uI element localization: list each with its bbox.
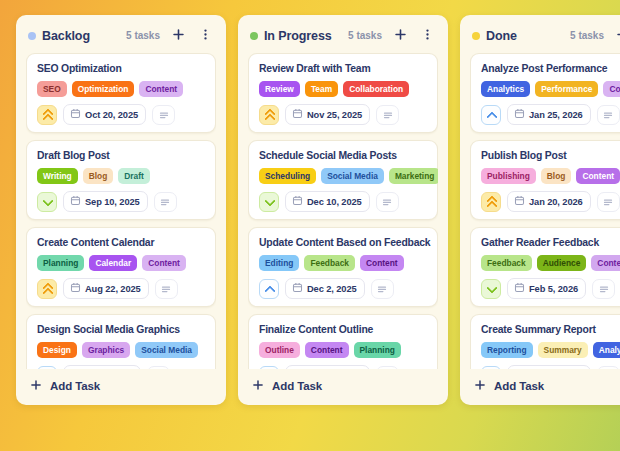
tag-list: Analytics Performance Content (481, 81, 620, 97)
tag: Content (591, 255, 620, 271)
tag: Content (360, 255, 404, 271)
kanban-column-done: Done 5 tasks Analyze Post Performance An… (460, 15, 620, 405)
tag-list: SEO Optimization Content (37, 81, 205, 97)
task-card[interactable]: Design Social Media Graphics Design Grap… (26, 314, 216, 369)
tag: Social Media (321, 168, 384, 184)
priority-icon (37, 192, 57, 212)
card-list: Analyze Post Performance Analytics Perfo… (470, 53, 620, 369)
tag: Optimization (72, 81, 135, 97)
add-task-label: Add Task (272, 380, 322, 392)
task-title: Design Social Media Graphics (37, 324, 205, 335)
task-title: Gather Reader Feedback (481, 237, 620, 248)
tag: Planning (37, 255, 84, 271)
tag-list: Scheduling Social Media Marketing (259, 168, 427, 184)
tag-list: Feedback Audience Content (481, 255, 620, 271)
priority-icon (37, 366, 57, 369)
task-card[interactable]: Schedule Social Media Posts Scheduling S… (248, 140, 438, 220)
add-card-button[interactable] (614, 27, 620, 44)
add-task-label: Add Task (50, 380, 100, 392)
task-card[interactable]: Create Summary Report Reporting Summary … (470, 314, 620, 369)
plus-icon (616, 27, 620, 45)
tag: Publishing (481, 168, 536, 184)
due-date-chip: Jan 20, 2026 (507, 191, 591, 212)
tag: Draft (118, 168, 150, 184)
task-card[interactable]: Analyze Post Performance Analytics Perfo… (470, 53, 620, 133)
task-title: Create Content Calendar (37, 237, 205, 248)
task-title: Draft Blog Post (37, 150, 205, 161)
column-header: Backlog 5 tasks (26, 23, 216, 53)
kebab-menu-icon (421, 27, 434, 45)
tag-list: Review Team Collaboration (259, 81, 427, 97)
priority-icon (481, 105, 501, 125)
task-card[interactable]: Create Content Calendar Planning Calenda… (26, 227, 216, 307)
due-date-chip: Nov 25, 2025 (285, 104, 370, 125)
tag: Calendar (89, 255, 137, 271)
tag: Marketing (389, 168, 438, 184)
add-card-button[interactable] (392, 27, 409, 44)
tag-list: Design Graphics Social Media (37, 342, 205, 358)
notes-icon (155, 279, 178, 299)
task-title: Review Draft with Team (259, 63, 427, 74)
priority-icon (259, 366, 279, 369)
calendar-icon (514, 108, 525, 121)
card-list: Review Draft with Team Review Team Colla… (248, 53, 438, 369)
task-card[interactable]: Update Content Based on Feedback Editing… (248, 227, 438, 307)
card-meta: Sep 10, 2025 (37, 191, 205, 212)
card-meta: Dec 2, 2025 (259, 278, 427, 299)
due-date-label: Feb 5, 2026 (529, 284, 578, 294)
priority-icon (481, 192, 501, 212)
tag: Collaboration (343, 81, 409, 97)
kebab-menu-icon (199, 27, 212, 45)
tag: Review (259, 81, 300, 97)
column-title: In Progress (264, 29, 332, 43)
due-date-label: Dec 10, 2025 (307, 197, 362, 207)
calendar-icon (70, 108, 81, 121)
notes-icon (371, 279, 394, 299)
tag: Scheduling (259, 168, 316, 184)
task-title: Create Summary Report (481, 324, 620, 335)
column-task-count: 5 tasks (570, 30, 604, 41)
due-date-chip: Jan 25, 2026 (507, 104, 591, 125)
task-card[interactable]: Draft Blog Post Writing Blog Draft Sep 1… (26, 140, 216, 220)
tag-list: Reporting Summary Analysis (481, 342, 620, 358)
plus-icon (394, 27, 407, 45)
tag: Planning (354, 342, 401, 358)
column-status-dot (250, 32, 258, 40)
column-menu-button[interactable] (197, 27, 214, 44)
tag: Graphics (82, 342, 130, 358)
add-task-button[interactable]: Add Task (470, 369, 620, 399)
task-title: SEO Optimization (37, 63, 205, 74)
task-card[interactable]: Publish Blog Post Publishing Blog Conten… (470, 140, 620, 220)
tag: Content (139, 81, 183, 97)
tag-list: Writing Blog Draft (37, 168, 205, 184)
plus-icon (172, 27, 185, 45)
card-meta: Dec 10, 2025 (259, 191, 427, 212)
task-card[interactable]: Review Draft with Team Review Team Colla… (248, 53, 438, 133)
column-status-dot (28, 32, 36, 40)
priority-icon (481, 279, 501, 299)
column-menu-button[interactable] (419, 27, 436, 44)
add-task-label: Add Task (494, 380, 544, 392)
calendar-icon (70, 282, 81, 295)
add-task-button[interactable]: Add Task (248, 369, 438, 399)
task-title: Publish Blog Post (481, 150, 620, 161)
tag: Team (305, 81, 338, 97)
priority-icon (37, 279, 57, 299)
notes-icon (597, 192, 620, 212)
notes-icon (592, 279, 615, 299)
task-card[interactable]: Gather Reader Feedback Feedback Audience… (470, 227, 620, 307)
add-card-button[interactable] (170, 27, 187, 44)
kanban-board: Backlog 5 tasks SEO Optimization SEO Opt… (0, 0, 620, 405)
column-title: Done (486, 29, 517, 43)
calendar-icon (514, 282, 525, 295)
tag: Writing (37, 168, 78, 184)
tag: Content (576, 168, 620, 184)
calendar-icon (70, 195, 81, 208)
due-date-chip: Dec 10, 2025 (285, 191, 370, 212)
priority-icon (259, 192, 279, 212)
task-card[interactable]: Finalize Content Outline Outline Content… (248, 314, 438, 369)
add-task-button[interactable]: Add Task (26, 369, 216, 399)
tag: Feedback (304, 255, 355, 271)
tag: Design (37, 342, 77, 358)
task-card[interactable]: SEO Optimization SEO Optimization Conten… (26, 53, 216, 133)
